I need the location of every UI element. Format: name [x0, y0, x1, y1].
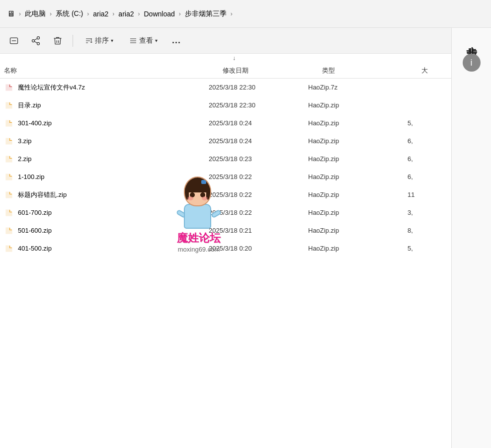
breadcrumb-aria2-1[interactable]: aria2: [91, 9, 110, 19]
view-chevron: ▾: [155, 38, 158, 43]
column-header-date[interactable]: 修改日期: [223, 66, 322, 75]
breadcrumb-download[interactable]: Download: [142, 9, 177, 19]
view-button[interactable]: 查看 ▾: [123, 32, 164, 50]
file-type: HaoZip.zip: [308, 227, 408, 234]
file-icon: [4, 83, 14, 92]
file-date: 2025/3/18 0:24: [209, 119, 308, 127]
sort-indicator-row: ↓: [0, 54, 491, 63]
file-list-header: 名称 修改日期 类型 大: [0, 63, 491, 79]
file-type: HaoZip.zip: [308, 101, 408, 109]
file-row[interactable]: 301-400.zip 2025/3/18 0:24 HaoZip.zip 5,: [0, 114, 491, 132]
view-label: 查看: [139, 36, 153, 45]
column-header-type[interactable]: 类型: [322, 66, 421, 75]
file-name-text: 3.zip: [18, 137, 31, 145]
breadcrumb-c-drive-label: 系统 (C:): [56, 9, 83, 18]
file-name-cell: 2.zip: [4, 154, 209, 164]
file-row[interactable]: 601-700.zip 2025/3/18 0:22 HaoZip.zip 3,: [0, 204, 491, 222]
right-panel: 步非 i: [451, 28, 491, 448]
file-name-cell: 1-100.zip: [4, 172, 209, 182]
file-name-cell: 601-700.zip: [4, 208, 209, 218]
file-size: 6,: [408, 137, 437, 145]
file-icon: [4, 100, 14, 110]
right-panel-circle-icon: i: [471, 58, 473, 68]
file-date: 2025/3/18 0:20: [209, 245, 308, 252]
file-row[interactable]: 2.zip 2025/3/18 0:23 HaoZip.zip 6,: [0, 150, 491, 168]
column-header-name[interactable]: 名称: [4, 66, 223, 75]
file-size: 11: [408, 191, 437, 198]
breadcrumb-aria2-2[interactable]: aria2: [116, 9, 136, 19]
separator-1: ›: [50, 10, 52, 17]
file-size: 8,: [408, 227, 437, 234]
breadcrumb-c-drive[interactable]: 系统 (C:): [54, 8, 85, 19]
sort-chevron: ▾: [111, 38, 113, 43]
file-size: 6,: [408, 173, 437, 180]
breadcrumb-this-pc-label: 此电脑: [25, 9, 46, 18]
sort-indicator: ↓: [233, 55, 236, 62]
file-type: HaoZip.zip: [308, 245, 408, 252]
file-date: 2025/3/18 0:22: [209, 209, 308, 216]
separator-4: ›: [138, 10, 140, 17]
file-size: 6,: [408, 155, 437, 163]
breadcrumb-aria2-2-label: aria2: [118, 10, 134, 18]
file-name-cell: 标题内容错乱.zip: [4, 190, 209, 200]
separator-2: ›: [87, 10, 89, 17]
svg-line-6: [34, 38, 37, 40]
more-button[interactable]: ...: [167, 32, 185, 50]
file-type: HaoZip.zip: [308, 155, 408, 163]
breadcrumb-aria2-1-label: aria2: [93, 10, 108, 18]
file-row[interactable]: 标题内容错乱.zip 2025/3/18 0:22 HaoZip.zip 11: [0, 186, 491, 204]
file-row[interactable]: 目录.zip 2025/3/18 22:30 HaoZip.zip: [0, 96, 491, 114]
svg-line-5: [34, 41, 37, 43]
file-icon: [4, 208, 14, 218]
file-row[interactable]: 魔性论坛宣传文件v4.7z 2025/3/18 22:30 HaoZip.7z: [0, 79, 491, 96]
file-row[interactable]: 3.zip 2025/3/18 0:24 HaoZip.zip 6,: [0, 132, 491, 150]
share-button[interactable]: [27, 32, 45, 50]
file-icon: [4, 136, 14, 146]
separator-6: ›: [231, 10, 233, 17]
file-icon: [4, 154, 14, 164]
file-icon: [4, 226, 14, 236]
toolbar-divider-1: [73, 35, 73, 47]
breadcrumb-this-pc[interactable]: 此电脑: [23, 8, 48, 19]
svg-point-3: [32, 39, 35, 42]
file-type: HaoZip.zip: [308, 137, 408, 145]
file-date: 2025/3/18 22:30: [209, 101, 308, 109]
file-type: HaoZip.zip: [308, 173, 408, 180]
file-name-cell: 魔性论坛宣传文件v4.7z: [4, 83, 209, 92]
breadcrumb-bar: 🖥 › 此电脑 › 系统 (C:) › aria2 › aria2 › Down…: [0, 0, 491, 28]
file-name-cell: 目录.zip: [4, 100, 209, 110]
breadcrumb-folder[interactable]: 步非烟第三季: [183, 8, 229, 19]
file-icon: [4, 172, 14, 182]
right-panel-circle-button[interactable]: i: [463, 54, 481, 72]
file-name-text: 魔性论坛宣传文件v4.7z: [18, 83, 85, 92]
file-name-text: 501-600.zip: [18, 227, 52, 234]
file-name-text: 401-500.zip: [18, 245, 52, 252]
file-row[interactable]: 501-600.zip 2025/3/18 0:21 HaoZip.zip 8,: [0, 222, 491, 240]
file-date: 2025/3/18 0:22: [209, 173, 308, 180]
file-name-text: 标题内容错乱.zip: [18, 190, 67, 199]
toolbar: 排序 ▾ 查看 ▾ ...: [0, 28, 491, 54]
file-type: HaoZip.zip: [308, 191, 408, 198]
sort-button[interactable]: 排序 ▾: [79, 32, 119, 50]
file-date: 2025/3/18 0:23: [209, 155, 308, 163]
pc-icon: 🖥: [7, 9, 15, 18]
separator-3: ›: [112, 10, 114, 17]
breadcrumb-pc[interactable]: 🖥: [5, 8, 17, 19]
file-size: 3,: [408, 209, 437, 216]
file-row[interactable]: 1-100.zip 2025/3/18 0:22 HaoZip.zip 6,: [0, 168, 491, 186]
file-name-text: 301-400.zip: [18, 119, 52, 127]
file-name-cell: 301-400.zip: [4, 118, 209, 128]
right-panel-text: 步非: [464, 38, 479, 40]
delete-button[interactable]: [49, 32, 67, 50]
separator-0: ›: [19, 10, 21, 17]
svg-point-4: [37, 42, 40, 45]
file-date: 2025/3/18 0:24: [209, 137, 308, 145]
rename-button[interactable]: [5, 32, 23, 50]
file-row[interactable]: 401-500.zip 2025/3/18 0:20 HaoZip.zip 5,: [0, 240, 491, 258]
file-type: HaoZip.zip: [308, 209, 408, 216]
column-header-size[interactable]: 大: [421, 66, 451, 75]
file-date: 2025/3/18 0:21: [209, 227, 308, 234]
svg-point-2: [37, 36, 40, 39]
file-name-cell: 3.zip: [4, 136, 209, 146]
file-icon: [4, 244, 14, 254]
